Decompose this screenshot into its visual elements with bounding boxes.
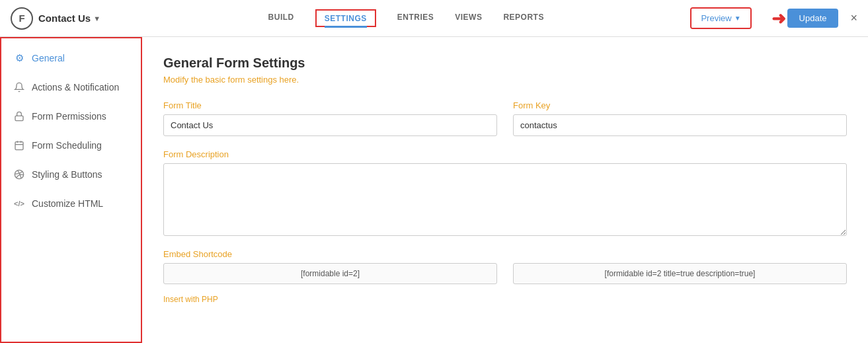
- form-title-input[interactable]: [163, 114, 497, 136]
- sidebar-item-actions-notification[interactable]: Actions & Notification: [1, 73, 141, 102]
- top-navigation: F Contact Us ▼ BUILD SETTINGS ENTRIES VI…: [0, 0, 868, 37]
- preview-button[interactable]: Preview ▼: [691, 9, 750, 28]
- sidebar-item-customize-html[interactable]: </> Customize HTML: [1, 189, 141, 218]
- code-icon: </>: [13, 198, 25, 210]
- embed-shortcode-input-1[interactable]: [163, 263, 497, 284]
- lock-icon: [13, 110, 25, 122]
- page-subtitle: Modify the basic form settings here.: [163, 75, 847, 85]
- sidebar-item-form-scheduling[interactable]: Form Scheduling: [1, 131, 141, 160]
- palette-icon: [13, 169, 25, 180]
- embed-shortcode-row: [163, 263, 847, 284]
- tab-build[interactable]: BUILD: [268, 10, 294, 26]
- insert-php-label: Insert with PHP: [163, 295, 847, 304]
- form-description-label: Form Description: [163, 149, 847, 159]
- form-description-input[interactable]: [163, 163, 847, 236]
- svg-rect-0: [15, 116, 23, 120]
- svg-rect-1: [15, 142, 23, 150]
- sidebar-label-styling-buttons: Styling & Buttons: [32, 169, 102, 180]
- logo-area: F Contact Us ▼: [11, 7, 100, 30]
- form-key-label: Form Key: [513, 100, 847, 110]
- tab-reports[interactable]: REPORTS: [503, 10, 544, 26]
- sidebar-label-form-scheduling: Form Scheduling: [32, 140, 102, 151]
- preview-arrow-annotation: ➜: [771, 8, 786, 28]
- sidebar-label-actions-notification: Actions & Notification: [32, 82, 119, 93]
- sidebar-label-form-permissions: Form Permissions: [32, 111, 106, 122]
- gear-icon: ⚙: [13, 52, 25, 64]
- preview-button-wrapper: Preview ▼ ➜: [690, 7, 751, 29]
- preview-chevron: ▼: [734, 15, 741, 22]
- tab-views[interactable]: VIEWS: [455, 10, 482, 26]
- form-title-group: Form Title: [163, 100, 497, 136]
- form-title-chevron: ▼: [93, 15, 100, 22]
- main-content-area: General Form Settings Modify the basic f…: [142, 37, 868, 343]
- form-title-key-row: Form Title Form Key: [163, 100, 847, 136]
- form-description-group: Form Description: [163, 149, 847, 236]
- embed-shortcode-input-2[interactable]: [513, 263, 847, 284]
- page-title: General Form Settings: [163, 56, 847, 71]
- tab-settings[interactable]: SETTINGS: [325, 11, 367, 28]
- form-key-group: Form Key: [513, 100, 847, 136]
- sidebar-item-form-permissions[interactable]: Form Permissions: [1, 102, 141, 131]
- form-title-nav[interactable]: Contact Us ▼: [38, 13, 100, 24]
- bell-icon: [13, 81, 25, 93]
- app-logo: F: [11, 7, 33, 30]
- embed-shortcode-label: Embed Shortcode: [163, 249, 847, 259]
- form-title-label: Form Title: [163, 100, 497, 110]
- settings-tab-wrapper: SETTINGS: [315, 9, 376, 27]
- update-button[interactable]: Update: [787, 9, 839, 28]
- main-layout: ⚙ General Actions & Notification Form Pe…: [0, 37, 868, 343]
- embed-shortcode-group: Embed Shortcode Insert with PHP: [163, 249, 847, 304]
- form-key-input[interactable]: [513, 114, 847, 136]
- sidebar-item-styling-buttons[interactable]: Styling & Buttons: [1, 160, 141, 189]
- sidebar-label-general: General: [32, 53, 65, 63]
- sidebar: ⚙ General Actions & Notification Form Pe…: [0, 37, 142, 343]
- sidebar-label-customize-html: Customize HTML: [32, 198, 103, 209]
- nav-action-buttons: Preview ▼ ➜ Update ×: [690, 7, 857, 29]
- calendar-icon: [13, 139, 25, 151]
- tab-entries[interactable]: ENTRIES: [397, 10, 434, 26]
- close-button[interactable]: ×: [850, 11, 857, 25]
- main-nav-tabs: BUILD SETTINGS ENTRIES VIEWS REPORTS: [122, 9, 690, 27]
- sidebar-item-general[interactable]: ⚙ General: [1, 44, 141, 73]
